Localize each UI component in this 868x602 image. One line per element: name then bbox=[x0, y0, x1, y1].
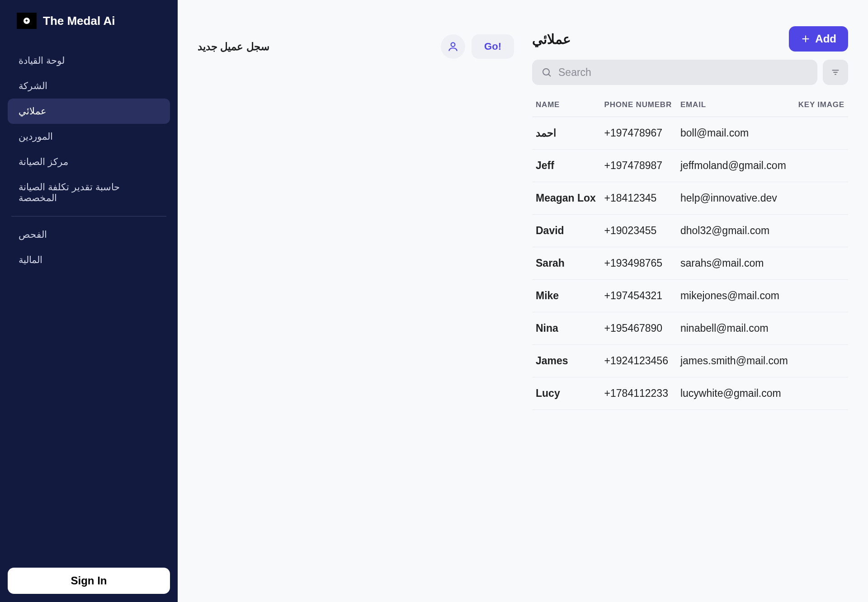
brand-title: The Medal Ai bbox=[43, 14, 115, 28]
clients-panel: عملائي Add bbox=[532, 26, 848, 584]
cell-email: mikejones@mail.com bbox=[677, 280, 794, 312]
main: سجل عميل جديد Go! عملائي Add bbox=[178, 0, 868, 602]
cell-key-image bbox=[794, 312, 848, 345]
cell-email: lucywhite@gmail.com bbox=[677, 377, 794, 410]
svg-line-4 bbox=[549, 75, 551, 77]
svg-point-0 bbox=[451, 42, 455, 47]
clients-table-body: احمد+197478967boll@mail.comJeff+19747898… bbox=[532, 117, 848, 410]
cell-name: احمد bbox=[532, 117, 601, 150]
cell-key-image bbox=[794, 182, 848, 215]
filter-icon bbox=[830, 67, 840, 77]
cell-key-image bbox=[794, 117, 848, 150]
plus-icon bbox=[801, 34, 811, 44]
filter-button[interactable] bbox=[823, 60, 848, 85]
cell-name: David bbox=[532, 215, 601, 247]
register-row: سجل عميل جديد Go! bbox=[198, 34, 514, 59]
cell-email: jeffmoland@gmail.com bbox=[677, 150, 794, 182]
cell-key-image bbox=[794, 215, 848, 247]
cell-phone: +197478987 bbox=[601, 150, 677, 182]
cell-email: boll@mail.com bbox=[677, 117, 794, 150]
cell-key-image bbox=[794, 247, 848, 280]
table-row[interactable]: Nina+195467890ninabell@mail.com bbox=[532, 312, 848, 345]
cell-name: Mike bbox=[532, 280, 601, 312]
cell-email: dhol32@gmail.com bbox=[677, 215, 794, 247]
cell-name: James bbox=[532, 345, 601, 377]
brand: ✦ The Medal Ai bbox=[8, 9, 170, 38]
search-row bbox=[532, 60, 848, 85]
user-icon bbox=[447, 41, 459, 52]
nav-item-dashboard[interactable]: لوحة القيادة bbox=[8, 48, 170, 73]
avatar-button[interactable] bbox=[441, 34, 465, 59]
brand-logo-icon: ✦ bbox=[24, 18, 30, 24]
cell-key-image bbox=[794, 150, 848, 182]
search-icon bbox=[541, 67, 552, 78]
sidebar: ✦ The Medal Ai لوحة القيادة الشركة عملائ… bbox=[0, 0, 178, 602]
cell-key-image bbox=[794, 377, 848, 410]
search-box[interactable] bbox=[532, 60, 817, 85]
go-button[interactable]: Go! bbox=[472, 34, 514, 59]
add-button-label: Add bbox=[815, 33, 836, 45]
cell-phone: +18412345 bbox=[601, 182, 677, 215]
table-row[interactable]: Lucy+1784112233lucywhite@gmail.com bbox=[532, 377, 848, 410]
clients-header: عملائي Add bbox=[532, 26, 848, 52]
cell-phone: +1784112233 bbox=[601, 377, 677, 410]
cell-phone: +197454321 bbox=[601, 280, 677, 312]
col-email: EMAIL bbox=[677, 95, 794, 117]
cell-phone: +1924123456 bbox=[601, 345, 677, 377]
cell-name: Jeff bbox=[532, 150, 601, 182]
table-row[interactable]: David+19023455dhol32@gmail.com bbox=[532, 215, 848, 247]
cell-key-image bbox=[794, 280, 848, 312]
clients-table: NAME PHONE NUMEBR EMAIL KEY IMAGE احمد+1… bbox=[532, 95, 848, 410]
cell-key-image bbox=[794, 345, 848, 377]
nav-item-suppliers[interactable]: الموردين bbox=[8, 124, 170, 149]
cell-name: Meagan Lox bbox=[532, 182, 601, 215]
nav-item-company[interactable]: الشركة bbox=[8, 73, 170, 99]
cell-name: Nina bbox=[532, 312, 601, 345]
table-row[interactable]: Sarah+193498765sarahs@mail.com bbox=[532, 247, 848, 280]
cell-email: james.smith@mail.com bbox=[677, 345, 794, 377]
table-row[interactable]: Meagan Lox+18412345help@innovative.dev bbox=[532, 182, 848, 215]
nav-item-inspection[interactable]: الفحص bbox=[8, 222, 170, 247]
cell-name: Sarah bbox=[532, 247, 601, 280]
cell-email: ninabell@mail.com bbox=[677, 312, 794, 345]
clients-title: عملائي bbox=[532, 31, 571, 47]
register-client-panel: سجل عميل جديد Go! bbox=[198, 26, 514, 584]
nav-item-maintenance-center[interactable]: مركز الصيانة bbox=[8, 149, 170, 174]
cell-phone: +193498765 bbox=[601, 247, 677, 280]
table-row[interactable]: James+1924123456james.smith@mail.com bbox=[532, 345, 848, 377]
nav-item-clients[interactable]: عملائي bbox=[8, 99, 170, 124]
table-row[interactable]: Mike+197454321mikejones@mail.com bbox=[532, 280, 848, 312]
col-name: NAME bbox=[532, 95, 601, 117]
cell-phone: +197478967 bbox=[601, 117, 677, 150]
nav-item-finance[interactable]: المالية bbox=[8, 247, 170, 273]
cell-phone: +19023455 bbox=[601, 215, 677, 247]
nav-item-cost-calculator[interactable]: حاسبة تقدير تكلفة الصيانة المخصصة bbox=[8, 174, 170, 211]
col-keyimage: KEY IMAGE bbox=[794, 95, 848, 117]
clients-table-head: NAME PHONE NUMEBR EMAIL KEY IMAGE bbox=[532, 95, 848, 117]
col-phone: PHONE NUMEBR bbox=[601, 95, 677, 117]
search-input[interactable] bbox=[558, 66, 808, 79]
cell-name: Lucy bbox=[532, 377, 601, 410]
svg-point-3 bbox=[543, 69, 549, 75]
cell-email: help@innovative.dev bbox=[677, 182, 794, 215]
brand-logo: ✦ bbox=[17, 13, 37, 29]
nav-divider bbox=[11, 216, 166, 216]
table-row[interactable]: Jeff+197478987jeffmoland@gmail.com bbox=[532, 150, 848, 182]
table-row[interactable]: احمد+197478967boll@mail.com bbox=[532, 117, 848, 150]
cell-phone: +195467890 bbox=[601, 312, 677, 345]
nav-primary: لوحة القيادة الشركة عملائي الموردين مركز… bbox=[8, 48, 170, 273]
register-title: سجل عميل جديد bbox=[198, 41, 434, 53]
cell-email: sarahs@mail.com bbox=[677, 247, 794, 280]
add-button[interactable]: Add bbox=[789, 26, 848, 52]
signin-button[interactable]: Sign In bbox=[8, 568, 170, 594]
